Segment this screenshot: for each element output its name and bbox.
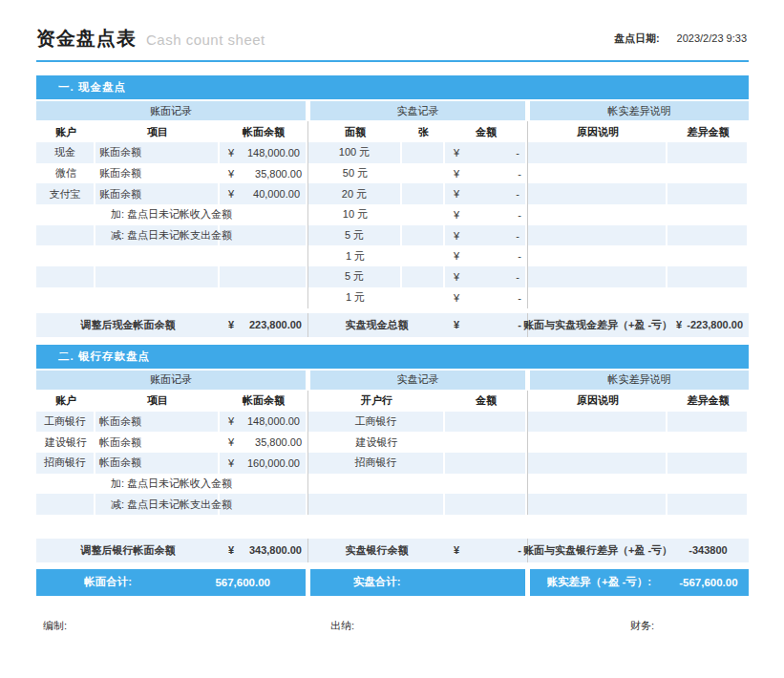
cell-amount[interactable]: ¥- [445, 225, 527, 246]
cell-diff[interactable] [667, 245, 749, 266]
cell-book-balance[interactable]: ¥148,000.00 [220, 412, 307, 433]
cell-bank-branch[interactable]: 招商银行 [308, 453, 445, 474]
cell-account[interactable] [36, 266, 95, 287]
cell-book-balance[interactable]: ¥35,800.00 [220, 432, 307, 453]
cell-item[interactable]: 帐面余额 [95, 453, 220, 474]
cell-book-balance[interactable]: ¥35,800.00 [220, 163, 307, 184]
cell-reason[interactable] [528, 163, 667, 184]
cell-reason[interactable] [528, 204, 667, 225]
cell-bank-branch[interactable] [308, 494, 445, 515]
cell-book-balance[interactable]: ¥40,000.00 [220, 183, 307, 204]
cell-book-balance[interactable]: ¥148,000.00 [220, 142, 307, 163]
cell-account[interactable] [36, 474, 95, 495]
cell-amount[interactable]: ¥- [445, 142, 527, 163]
cash-diff-value[interactable]: ¥-223,800.00 [667, 313, 749, 337]
cell-denomination[interactable]: 100 元 [308, 142, 402, 163]
cell-amount[interactable] [445, 412, 527, 433]
cell-reason[interactable] [528, 183, 667, 204]
cell-diff[interactable] [667, 142, 749, 163]
cell-sheets[interactable] [402, 225, 445, 246]
cell-amount[interactable]: ¥- [445, 183, 527, 204]
cell-amount[interactable] [445, 494, 527, 515]
cell-diff[interactable] [667, 225, 749, 246]
cell-bank-branch[interactable] [308, 474, 445, 495]
cell-book-balance[interactable] [220, 266, 307, 287]
cell-account[interactable]: 建设银行 [36, 432, 95, 453]
actual-cash-total-value[interactable]: ¥- [445, 313, 527, 337]
book-total-value[interactable]: 567,600.00 [180, 577, 306, 588]
cell-amount[interactable] [445, 453, 527, 474]
cell-reason[interactable] [528, 494, 667, 515]
cell-account[interactable] [36, 245, 95, 266]
cell-denomination[interactable]: 50 元 [308, 163, 402, 184]
cell-diff[interactable] [667, 432, 749, 453]
cell-denomination[interactable]: 1 元 [308, 245, 402, 266]
cell-item[interactable]: 账面余额 [95, 183, 220, 204]
cell-book-balance[interactable] [220, 287, 307, 308]
cell-item[interactable]: 加: 盘点日未记帐收入金额 [95, 474, 220, 495]
cell-item[interactable]: 账面余额 [95, 163, 220, 184]
cell-reason[interactable] [528, 412, 667, 433]
cell-sheets[interactable] [402, 266, 445, 287]
cell-item[interactable] [95, 287, 220, 308]
cell-amount[interactable]: ¥- [445, 287, 527, 308]
cell-diff[interactable] [667, 453, 749, 474]
cell-account[interactable] [36, 225, 95, 246]
cell-reason[interactable] [528, 225, 667, 246]
cell-account[interactable]: 现金 [36, 142, 95, 163]
cell-denomination[interactable]: 5 元 [308, 225, 402, 246]
cell-sheets[interactable] [402, 183, 445, 204]
cell-amount[interactable]: ¥- [445, 245, 527, 266]
cell-reason[interactable] [528, 453, 667, 474]
cell-reason[interactable] [528, 287, 667, 308]
cell-account[interactable]: 支付宝 [36, 183, 95, 204]
cell-book-balance[interactable]: ¥160,000.00 [220, 453, 307, 474]
cell-account[interactable]: 工商银行 [36, 412, 95, 433]
cell-bank-branch[interactable]: 建设银行 [308, 432, 445, 453]
cell-account[interactable] [36, 494, 95, 515]
bank-diff-value[interactable]: -343800 [667, 539, 749, 562]
cell-item[interactable]: 加: 盘点日未记帐收入金额 [95, 204, 220, 225]
cell-bank-branch[interactable]: 工商银行 [308, 412, 445, 433]
cell-diff[interactable] [667, 163, 749, 184]
cell-book-balance[interactable] [220, 474, 307, 495]
cell-diff[interactable] [667, 204, 749, 225]
cell-amount[interactable] [445, 432, 527, 453]
cell-item[interactable]: 帐面余额 [95, 412, 220, 433]
cell-amount[interactable]: ¥- [445, 204, 527, 225]
cell-denomination[interactable]: 1 元 [308, 287, 402, 308]
cell-sheets[interactable] [402, 142, 445, 163]
cell-reason[interactable] [528, 142, 667, 163]
cell-sheets[interactable] [402, 204, 445, 225]
cell-denomination[interactable]: 20 元 [308, 183, 402, 204]
adjusted-bank-balance-value[interactable]: ¥343,800.00 [220, 539, 307, 562]
cell-amount[interactable]: ¥- [445, 163, 527, 184]
cell-diff[interactable] [667, 287, 749, 308]
cell-sheets[interactable] [402, 245, 445, 266]
cell-item[interactable]: 帐面余额 [95, 432, 220, 453]
cell-denomination[interactable]: 5 元 [308, 266, 402, 287]
cell-reason[interactable] [528, 266, 667, 287]
cell-diff[interactable] [667, 494, 749, 515]
cell-reason[interactable] [528, 474, 667, 495]
cell-sheets[interactable] [402, 163, 445, 184]
cell-account[interactable] [36, 287, 95, 308]
actual-bank-balance-value[interactable]: ¥- [445, 539, 527, 562]
cell-diff[interactable] [667, 183, 749, 204]
cell-sheets[interactable] [402, 287, 445, 308]
cell-book-balance[interactable] [220, 245, 307, 266]
cell-book-balance[interactable] [220, 225, 307, 246]
cell-book-balance[interactable] [220, 494, 307, 515]
cell-denomination[interactable]: 10 元 [308, 204, 402, 225]
cell-account[interactable]: 微信 [36, 163, 95, 184]
cell-reason[interactable] [528, 245, 667, 266]
cell-item[interactable]: 减: 盘点日未记帐支出金额 [95, 225, 220, 246]
cell-diff[interactable] [667, 266, 749, 287]
cell-diff[interactable] [667, 474, 749, 495]
cell-account[interactable]: 招商银行 [36, 453, 95, 474]
cell-item[interactable] [95, 266, 220, 287]
cell-item[interactable]: 减: 盘点日未记帐支出金额 [95, 494, 220, 515]
adjusted-cash-balance-value[interactable]: ¥223,800.00 [220, 313, 307, 337]
cell-account[interactable] [36, 204, 95, 225]
grand-diff-value[interactable]: -567,600.00 [668, 577, 749, 588]
